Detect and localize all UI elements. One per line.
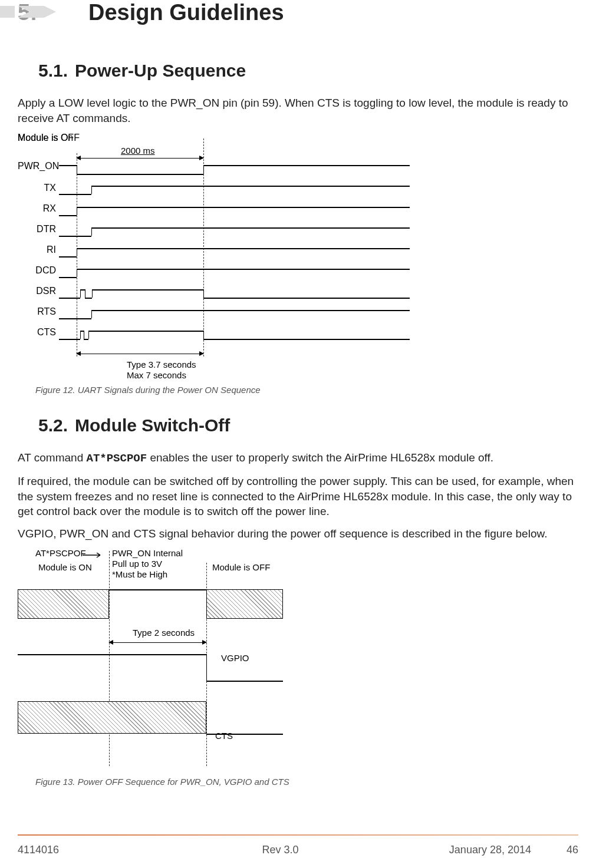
text: AT command (18, 451, 87, 464)
header-arrow-deco (0, 3, 59, 21)
fig13-on: Module is ON (38, 562, 92, 572)
fig13-cts: CTS (215, 731, 233, 741)
sig-label-cts: CTS (18, 327, 56, 338)
section-number: 5.2. (38, 415, 68, 435)
sig-label-pwr-on: PWR_ON (18, 161, 56, 171)
figure-12-caption: Figure 12. UART Signals during the Power… (35, 385, 578, 395)
page-footer: 4114016 Rev 3.0 January 28, 2014 46 (18, 844, 578, 856)
fig13-off: Module is OFF (212, 562, 270, 572)
sig-label-rts: RTS (18, 306, 56, 317)
fig13-type2: Type 2 seconds (133, 628, 195, 638)
fig12-type: Type 3.7 seconds (127, 359, 196, 369)
fig12-max: Max 7 seconds (127, 370, 186, 380)
section-5-1-text: Apply a LOW level logic to the PWR_ON pi… (18, 95, 578, 126)
section-title: Power-Up Sequence (75, 61, 246, 81)
section-5-2-p2: If required, the module can be switched … (18, 474, 578, 519)
chapter-title: Design Guidelines (88, 0, 284, 25)
sig-label-dsr: DSR (18, 286, 56, 296)
section-title: Module Switch-Off (75, 415, 230, 435)
command-text: AT*PSCPOF (87, 452, 147, 465)
fig13-pull2: Pull up to 3V (112, 559, 162, 569)
fig13-pull1: PWR_ON Internal (112, 548, 183, 558)
sig-label-dtr: DTR (18, 224, 56, 235)
fig12-module-on: Module is On (18, 133, 73, 143)
sig-label-ri: RI (18, 245, 56, 255)
text: enables the user to properly switch the … (147, 451, 493, 464)
fig13-at: AT*PSCPOF (35, 548, 86, 558)
footer-revision: Rev 3.0 (136, 844, 425, 856)
section-5-1-heading: 5.1. Power-Up Sequence (38, 61, 578, 81)
fig13-vgpio: VGPIO (221, 653, 249, 663)
section-number: 5.1. (38, 61, 68, 81)
section-5-2-p1: AT command AT*PSCPOF enables the user to… (18, 450, 578, 467)
chapter-heading: 5. Design Guidelines (18, 0, 578, 25)
section-5-2-p3: VGPIO, PWR_ON and CTS signal behavior du… (18, 526, 578, 542)
fig13-pull3: *Must be High (112, 569, 167, 579)
footer-left: 4114016 (18, 844, 136, 856)
figure-13-diagram: AT*PSCPOF PWR_ON Internal Pull up to 3V … (18, 548, 324, 772)
svg-rect-0 (0, 6, 15, 18)
figure-13-caption: Figure 13. Power OFF Sequence for PWR_ON… (35, 777, 578, 787)
fig12-2000ms: 2000 ms (121, 146, 155, 156)
sig-label-rx: RX (18, 203, 56, 214)
footer-rule (18, 834, 578, 836)
section-5-2-heading: 5.2. Module Switch-Off (38, 415, 578, 435)
footer-page: 46 (567, 844, 578, 856)
sig-label-dcd: DCD (18, 265, 56, 276)
footer-date: January 28, 2014 (449, 844, 531, 856)
figure-12-diagram: Module is OFF Module is On 2000 ms PWR_O… (18, 133, 419, 380)
sig-label-tx: TX (18, 183, 56, 193)
